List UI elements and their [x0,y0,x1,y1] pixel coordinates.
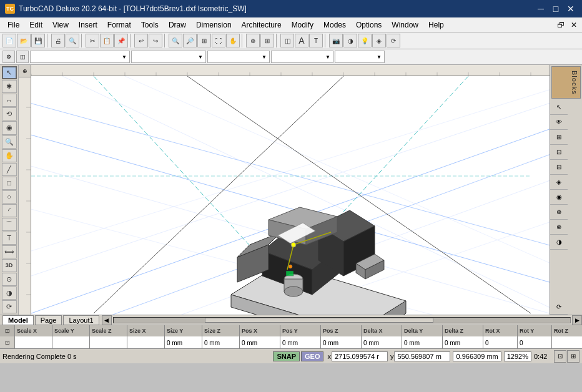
lights-button[interactable]: 💡 [358,34,372,47]
zoom-window-button[interactable]: ⊞ [197,34,211,47]
text-button[interactable]: T [309,34,323,47]
minimize-button[interactable]: ─ [535,2,547,15]
orbit-button[interactable]: ⟳ [387,34,400,47]
val-scale-x [15,336,52,348]
menu-tools[interactable]: Tools [136,17,164,32]
vertex-select-tool[interactable]: ✱ [2,80,17,93]
lineweight-dropdown[interactable] [207,51,270,63]
select-tool[interactable]: ↖ [2,66,17,79]
statusbar-headers: ⊡ Scale X Scale Y Scale Z Size X Size Y … [0,325,582,336]
svg-point-65 [291,242,296,247]
close-doc-icon[interactable]: ✕ [568,21,580,29]
zoom-out-button[interactable]: 🔎 [183,34,197,47]
scroll-left-btn[interactable]: ◀ [102,315,112,325]
rp-view-btn[interactable]: 👁 [550,115,568,130]
save-button[interactable]: 💾 [31,34,45,47]
snap-button[interactable]: ⊕ [246,34,260,47]
menu-draw[interactable]: Draw [164,17,191,32]
geo-button[interactable]: GEO [301,351,323,361]
menu-edit[interactable]: Edit [24,17,47,32]
rotate-tool[interactable]: ⟲ [2,107,17,120]
hscroll-thumb[interactable] [205,318,433,323]
open-button[interactable]: 📂 [17,34,31,47]
tab-page[interactable]: Page [35,315,62,325]
rp-orbit-btn[interactable]: ⟳ [550,300,568,315]
sep2 [81,34,84,47]
tab-layout1[interactable]: Layout1 [63,315,99,325]
color-dropdown[interactable] [271,51,333,63]
paste-button[interactable]: 📌 [114,34,128,47]
cut-button[interactable]: ✂ [86,34,99,47]
pan-button[interactable]: ✋ [226,34,240,47]
zoom-tool[interactable]: 🔍 [2,135,17,149]
layer-dropdown[interactable] [30,51,130,63]
rect-tool[interactable]: □ [2,177,17,190]
bottom-icon2[interactable]: ⊞ [567,350,580,363]
settings-icon[interactable]: ⚙ [2,51,15,63]
circle-tool[interactable]: ○ [2,190,17,203]
3d-tool[interactable]: 3D [2,259,17,272]
menu-help[interactable]: Help [423,17,449,32]
tab-model[interactable]: Model [2,315,34,325]
rp-tool6-btn[interactable]: ⊕ [550,205,568,220]
rp-tool1-btn[interactable]: ⊞ [550,130,568,145]
polyline-tool[interactable]: ⌒ [2,218,17,231]
undo-button[interactable]: ↩ [134,34,148,47]
menu-modes[interactable]: Modes [318,17,351,32]
menu-insert[interactable]: Insert [74,17,102,32]
print-preview-button[interactable]: 🔍 [66,34,79,47]
render-tool[interactable]: ◑ [2,287,17,300]
menu-options[interactable]: Options [351,17,387,32]
rp-tool8-btn[interactable]: ◑ [550,235,568,250]
maximize-button[interactable]: □ [550,2,562,15]
snap-button[interactable]: SNAP [273,351,300,361]
zoom-in-button[interactable]: 🔍 [169,34,182,47]
menu-file[interactable]: File [2,17,24,32]
menu-modify[interactable]: Modify [287,17,318,32]
style-dropdown[interactable] [335,51,385,63]
move-tool[interactable]: ↔ [2,94,17,107]
rp-tool3-btn[interactable]: ⊟ [550,160,568,175]
scroll-right-btn[interactable]: ▶ [572,315,582,325]
copy-button[interactable]: 📋 [100,34,114,47]
menu-dimension[interactable]: Dimension [191,17,237,32]
linetype-dropdown[interactable] [131,51,206,63]
grid-button[interactable]: ⊞ [260,34,274,47]
materials-button[interactable]: ◈ [372,34,386,47]
rp-select-btn[interactable]: ↖ [550,100,568,115]
scale-tool[interactable]: ◉ [2,121,17,134]
rp-tool2-btn[interactable]: ⊡ [550,145,568,160]
render-button[interactable]: ◑ [343,34,357,47]
zoom-fit-button[interactable]: ⛶ [212,34,225,47]
drawing-area[interactable] [31,76,550,315]
menu-architecture[interactable]: Architecture [237,17,287,32]
val-scale-z [90,336,127,348]
sep3 [130,34,132,47]
menu-window[interactable]: Window [387,17,423,32]
bottom-icon1[interactable]: ⊡ [554,350,566,363]
text-tool[interactable]: T [2,232,17,245]
extrude-tool[interactable]: ⊙ [2,273,17,286]
line-color-button[interactable]: A [295,34,308,47]
line-tool[interactable]: ╱ [2,163,17,176]
orbit-tool[interactable]: ⟳ [2,300,17,313]
blocks-tab[interactable]: Blocks [551,66,581,99]
close-button[interactable]: ✕ [565,2,577,15]
hscroll-track[interactable] [113,317,571,323]
rp-tool4-btn[interactable]: ◈ [550,175,568,190]
layers-button[interactable]: ◫ [280,34,294,47]
redo-button[interactable]: ↪ [149,34,162,47]
menu-view[interactable]: View [47,17,74,32]
camera-button[interactable]: 📷 [329,34,343,47]
arc-tool[interactable]: ◜ [2,204,17,217]
pan-tool[interactable]: ✋ [2,149,17,162]
layers-icon[interactable]: ◫ [16,51,29,63]
dimension-tool[interactable]: ⟺ [2,245,17,258]
restore-icon[interactable]: 🗗 [555,21,567,29]
canvas-area[interactable]: ⊕ [19,65,550,315]
rp-tool5-btn[interactable]: ◉ [550,190,568,205]
menu-format[interactable]: Format [102,17,136,32]
print-button[interactable]: 🖨 [51,34,65,47]
rp-tool7-btn[interactable]: ⊗ [550,220,568,235]
new-button[interactable]: 📄 [2,34,16,47]
